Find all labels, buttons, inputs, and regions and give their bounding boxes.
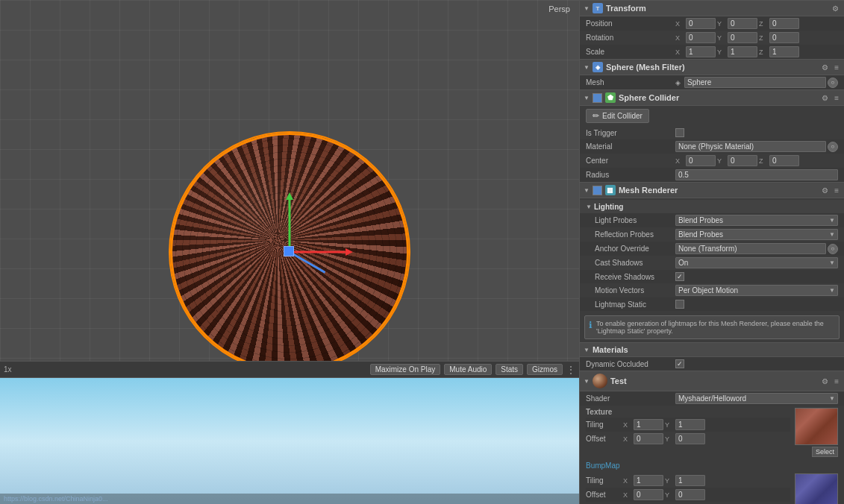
scale-z-input[interactable] [769, 46, 799, 57]
shader-dropdown[interactable]: Myshader/Helloword ▼ [675, 393, 838, 404]
viewport-resize-icon[interactable]: ⋮ [566, 365, 575, 375]
mesh-label: Mesh [586, 78, 675, 86]
meshrenderer-collapse[interactable]: ▼ [584, 187, 590, 194]
meshrenderer-enable-checkbox[interactable] [593, 186, 602, 195]
testmat-settings-btn[interactable]: ⚙ [820, 377, 830, 385]
dynamic-occluded-label: Dynamic Occluded [586, 360, 675, 368]
center-y-label: Y [717, 157, 726, 165]
transform-settings-btn[interactable]: ⚙ [831, 4, 840, 13]
position-y-input[interactable] [728, 18, 757, 29]
center-z-input[interactable] [769, 155, 799, 166]
collider-material-value: ○ [675, 141, 838, 152]
rot-y-label: Y [717, 34, 726, 42]
testmat-more-btn[interactable]: ≡ [833, 377, 840, 385]
texture-select-btn[interactable]: Select [812, 447, 838, 457]
maximize-on-play-btn[interactable]: Maximize On Play [370, 364, 441, 375]
anchor-override-label: Anchor Override [586, 245, 675, 253]
light-probes-dropdown[interactable]: Blend Probes ▼ [675, 215, 838, 226]
meshfilter-settings-btn[interactable]: ⚙ [820, 63, 830, 72]
inspector-panel: ▼ T Transform ⚙ Position X Y Z Rota [579, 0, 844, 504]
tiling-x-input[interactable] [634, 419, 663, 430]
radius-label: Radius [586, 171, 675, 179]
texture-preview-container: Select [795, 408, 838, 457]
stats-btn[interactable]: Stats [496, 364, 523, 375]
anchor-override-select[interactable]: ○ [828, 244, 838, 254]
bumpmap-tiling-value: X Y [623, 475, 784, 486]
viewport-bottom-bar: 1x Maximize On Play Mute Audio Stats Giz… [0, 361, 579, 377]
radius-input[interactable] [675, 169, 838, 180]
bumpmap-fields: Tiling X Y Offset X Y [586, 473, 790, 502]
texture-label: Texture [586, 408, 790, 418]
reflection-probes-label: Reflection Probes [586, 230, 675, 239]
materials-section: ▼ Materials Dynamic Occluded [580, 342, 844, 371]
transform-collapse-arrow[interactable]: ▼ [584, 5, 590, 12]
meshfilter-collapse[interactable]: ▼ [584, 64, 590, 71]
scale-x-input[interactable] [686, 46, 716, 57]
light-probes-row: Light Probes Blend Probes ▼ [580, 213, 844, 227]
testmat-collapse[interactable]: ▼ [584, 378, 590, 385]
offset-x-label: X [623, 435, 632, 443]
position-x-input[interactable] [686, 18, 716, 29]
position-label: Position [586, 19, 675, 28]
cast-shadows-dropdown[interactable]: On ▼ [675, 257, 838, 268]
bumpmap-tiling-x-label: X [623, 477, 632, 485]
lightmap-static-checkbox[interactable] [675, 300, 684, 309]
collider-material-input[interactable] [675, 141, 826, 152]
dynamic-occluded-row: Dynamic Occluded [580, 357, 844, 371]
lighting-subsection: ▼ Lighting Light Probes Blend Probes ▼ R… [580, 198, 844, 312]
bumpmap-offset-value: X Y [623, 489, 784, 500]
mesh-filter-component: ▼ ◈ Sphere (Mesh Filter) ⚙ ≡ Mesh ◈ ○ [580, 59, 844, 89]
viewport: Persp 1x Maximize On Play Mute Audio Sta… [0, 0, 579, 504]
motion-vectors-arrow: ▼ [829, 287, 835, 294]
bumpmap-tiling-y-input[interactable] [675, 475, 705, 486]
edit-collider-btn[interactable]: ✏ Edit Collider [586, 109, 649, 123]
meshrenderer-more-btn[interactable]: ≡ [833, 186, 840, 195]
bumpmap-offset-label: Offset [586, 491, 623, 499]
collider-more-btn[interactable]: ≡ [833, 94, 840, 102]
lightmap-info-box: ℹ To enable generation of lightmaps for … [584, 315, 840, 339]
collider-settings-btn[interactable]: ⚙ [820, 94, 830, 102]
center-x-input[interactable] [686, 155, 716, 166]
mesh-row: Mesh ◈ ○ [580, 75, 844, 89]
bumpmap-tiling-x-input[interactable] [634, 475, 663, 486]
rotation-row: Rotation X Y Z [580, 31, 844, 45]
main-content: Persp 1x Maximize On Play Mute Audio Sta… [0, 0, 844, 504]
pos-x-label: X [675, 20, 684, 28]
center-y-input[interactable] [728, 155, 757, 166]
bumpmap-offset-y-input[interactable] [675, 489, 705, 500]
mute-audio-btn[interactable]: Mute Audio [444, 364, 492, 375]
is-trigger-checkbox[interactable] [675, 128, 684, 137]
lighting-foldout[interactable]: ▼ [586, 204, 592, 210]
bumpmap-link[interactable]: BumpMap [586, 462, 620, 470]
is-trigger-row: Is Trigger [580, 126, 844, 139]
edit-collider-label: Edit Collider [602, 112, 643, 120]
meshrenderer-settings-btn[interactable]: ⚙ [820, 186, 830, 195]
dynamic-occluded-checkbox[interactable] [675, 359, 684, 368]
scale-y-input[interactable] [728, 46, 757, 57]
collider-material-select[interactable]: ○ [828, 142, 838, 152]
receive-shadows-checkbox[interactable] [675, 272, 684, 281]
bumpmap-preview-container: Select [795, 473, 838, 504]
mesh-value-input[interactable] [684, 77, 826, 88]
rotation-z-input[interactable] [769, 32, 799, 43]
materials-header: ▼ Materials [580, 342, 844, 357]
motion-vectors-dropdown[interactable]: Per Object Motion ▼ [675, 285, 838, 296]
reflection-probes-dropdown[interactable]: Blend Probes ▼ [675, 229, 838, 240]
collider-collapse[interactable]: ▼ [584, 95, 590, 101]
meshfilter-more-btn[interactable]: ≡ [833, 63, 840, 72]
position-z-input[interactable] [769, 18, 799, 29]
offset-x-input[interactable] [634, 433, 663, 444]
info-text: To enable generation of lightmaps for th… [596, 320, 835, 335]
bumpmap-offset-x-input[interactable] [634, 489, 663, 500]
gizmos-btn[interactable]: Gizmos [527, 364, 563, 375]
offset-y-input[interactable] [675, 433, 705, 444]
anchor-override-input[interactable] [675, 243, 826, 254]
rotation-x-input[interactable] [686, 32, 716, 43]
mesh-select-btn[interactable]: ○ [828, 78, 838, 88]
collider-enable-checkbox[interactable] [593, 93, 602, 103]
materials-collapse[interactable]: ▼ [584, 347, 590, 353]
rotation-y-input[interactable] [728, 32, 757, 43]
lightmap-static-row: Lightmap Static [580, 297, 844, 311]
transform-header: ▼ T Transform ⚙ [580, 0, 844, 16]
tiling-y-input[interactable] [675, 419, 705, 430]
